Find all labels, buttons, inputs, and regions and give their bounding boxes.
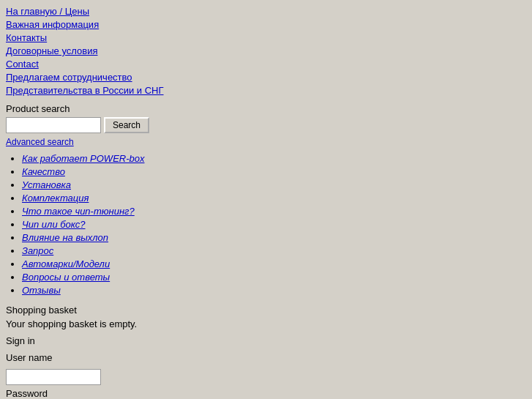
nav-link[interactable]: Договорные условия	[6, 45, 526, 56]
list-item: Чип или бокс?	[22, 219, 526, 230]
menu-list: Как работает POWER-boxКачествоУстановкаК…	[6, 153, 526, 296]
menu-link[interactable]: Чип или бокс?	[22, 219, 86, 230]
signin-title: Sign in	[6, 335, 526, 346]
menu-link[interactable]: Запрос	[22, 245, 53, 256]
nav-links: На главную / ЦеныВажная информацияКонтак…	[6, 6, 526, 96]
menu-link[interactable]: Влияние на выхлоп	[22, 232, 108, 243]
list-item: Влияние на выхлоп	[22, 232, 526, 243]
basket-empty-message: Your shopping basket is empty.	[6, 318, 526, 329]
menu-link[interactable]: Установка	[22, 179, 71, 190]
search-section-label: Product search	[6, 103, 526, 114]
nav-link[interactable]: Представительства в России и СНГ	[6, 85, 526, 96]
search-section: Product search Search Advanced search	[6, 103, 526, 147]
list-item: Вопросы и ответы	[22, 272, 526, 283]
search-button[interactable]: Search	[104, 117, 149, 133]
nav-link[interactable]: Contact	[6, 59, 526, 70]
nav-link[interactable]: Важная информация	[6, 19, 526, 30]
list-item: Автомарки/Модели	[22, 258, 526, 269]
shopping-basket-section: Shopping basket Your shopping basket is …	[6, 305, 526, 329]
nav-link[interactable]: На главную / Цены	[6, 6, 526, 17]
menu-link[interactable]: Как работает POWER-box	[22, 153, 144, 164]
sign-in-section: Sign in User name Password	[6, 335, 526, 399]
menu-link[interactable]: Комплектация	[22, 193, 89, 204]
list-item: Комплектация	[22, 193, 526, 204]
list-item: Качество	[22, 166, 526, 177]
menu-link[interactable]: Вопросы и ответы	[22, 272, 110, 283]
nav-link[interactable]: Контакты	[6, 32, 526, 43]
nav-link[interactable]: Предлагаем сотрудничество	[6, 72, 526, 83]
menu-link[interactable]: Что такое чип-тюнинг?	[22, 206, 135, 217]
list-item: Отзывы	[22, 285, 526, 296]
list-item: Как работает POWER-box	[22, 153, 526, 164]
basket-title: Shopping basket	[6, 305, 526, 316]
password-label: Password	[6, 388, 526, 399]
advanced-search-link[interactable]: Advanced search	[6, 137, 74, 147]
menu-link[interactable]: Отзывы	[22, 285, 61, 296]
menu-link[interactable]: Автомарки/Модели	[22, 258, 110, 269]
username-input[interactable]	[6, 369, 101, 385]
list-item: Запрос	[22, 245, 526, 256]
list-item: Установка	[22, 179, 526, 190]
menu-link[interactable]: Качество	[22, 166, 65, 177]
list-item: Что такое чип-тюнинг?	[22, 206, 526, 217]
username-label: User name	[6, 352, 526, 363]
search-input[interactable]	[6, 117, 101, 133]
